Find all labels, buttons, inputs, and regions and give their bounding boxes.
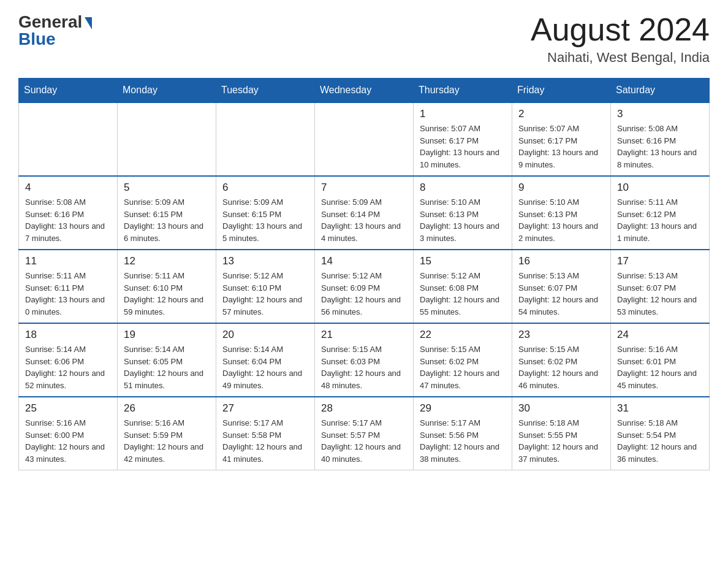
calendar-cell-3-3: 21Sunrise: 5:15 AMSunset: 6:03 PMDayligh…: [315, 323, 414, 397]
day-number: 8: [420, 182, 506, 194]
day-number: 10: [617, 182, 703, 194]
calendar-cell-0-1: [118, 102, 216, 176]
calendar-cell-0-2: [216, 102, 315, 176]
day-info: Sunrise: 5:09 AMSunset: 6:15 PMDaylight:…: [124, 196, 210, 244]
day-number: 27: [222, 402, 308, 415]
day-number: 3: [617, 108, 703, 120]
calendar-cell-3-1: 19Sunrise: 5:14 AMSunset: 6:05 PMDayligh…: [118, 323, 216, 397]
calendar-cell-1-0: 4Sunrise: 5:08 AMSunset: 6:16 PMDaylight…: [19, 176, 118, 250]
calendar-cell-1-6: 10Sunrise: 5:11 AMSunset: 6:12 PMDayligh…: [611, 176, 710, 250]
day-info: Sunrise: 5:17 AMSunset: 5:56 PMDaylight:…: [420, 417, 506, 465]
day-info: Sunrise: 5:16 AMSunset: 6:01 PMDaylight:…: [617, 343, 703, 391]
day-info: Sunrise: 5:12 AMSunset: 6:08 PMDaylight:…: [420, 270, 506, 318]
calendar-cell-3-4: 22Sunrise: 5:15 AMSunset: 6:02 PMDayligh…: [414, 323, 512, 397]
day-number: 5: [124, 182, 210, 194]
location: Naihati, West Bengal, India: [531, 50, 710, 66]
calendar-cell-1-3: 7Sunrise: 5:09 AMSunset: 6:14 PMDaylight…: [315, 176, 414, 250]
day-number: 31: [617, 402, 703, 415]
day-info: Sunrise: 5:16 AMSunset: 5:59 PMDaylight:…: [124, 417, 210, 465]
calendar-cell-1-2: 6Sunrise: 5:09 AMSunset: 6:15 PMDaylight…: [216, 176, 315, 250]
day-info: Sunrise: 5:13 AMSunset: 6:07 PMDaylight:…: [617, 270, 703, 318]
day-info: Sunrise: 5:12 AMSunset: 6:09 PMDaylight:…: [321, 270, 407, 318]
day-number: 28: [321, 402, 407, 415]
day-info: Sunrise: 5:18 AMSunset: 5:54 PMDaylight:…: [617, 417, 703, 465]
day-info: Sunrise: 5:13 AMSunset: 6:07 PMDaylight:…: [518, 270, 604, 318]
day-number: 4: [25, 182, 111, 194]
calendar-cell-2-2: 13Sunrise: 5:12 AMSunset: 6:10 PMDayligh…: [216, 250, 315, 323]
calendar-cell-2-5: 16Sunrise: 5:13 AMSunset: 6:07 PMDayligh…: [512, 250, 611, 323]
calendar-cell-2-0: 11Sunrise: 5:11 AMSunset: 6:11 PMDayligh…: [19, 250, 118, 323]
month-title: August 2024: [531, 12, 710, 47]
calendar-table: Sunday Monday Tuesday Wednesday Thursday…: [18, 78, 710, 470]
day-info: Sunrise: 5:16 AMSunset: 6:00 PMDaylight:…: [25, 417, 111, 465]
calendar-cell-4-4: 29Sunrise: 5:17 AMSunset: 5:56 PMDayligh…: [414, 397, 512, 470]
header-monday: Monday: [118, 79, 216, 103]
day-number: 25: [25, 402, 111, 415]
day-number: 19: [124, 329, 210, 341]
day-info: Sunrise: 5:10 AMSunset: 6:13 PMDaylight:…: [518, 196, 604, 244]
header-thursday: Thursday: [414, 79, 512, 103]
header-friday: Friday: [512, 79, 611, 103]
week-row-1: 1Sunrise: 5:07 AMSunset: 6:17 PMDaylight…: [19, 102, 710, 176]
day-info: Sunrise: 5:09 AMSunset: 6:14 PMDaylight:…: [321, 196, 407, 244]
calendar-cell-3-6: 24Sunrise: 5:16 AMSunset: 6:01 PMDayligh…: [611, 323, 710, 397]
day-info: Sunrise: 5:18 AMSunset: 5:55 PMDaylight:…: [518, 417, 604, 465]
logo-arrow-icon: [85, 17, 92, 29]
day-number: 24: [617, 329, 703, 341]
day-number: 9: [518, 182, 604, 194]
calendar-cell-2-3: 14Sunrise: 5:12 AMSunset: 6:09 PMDayligh…: [315, 250, 414, 323]
day-info: Sunrise: 5:08 AMSunset: 6:16 PMDaylight:…: [617, 123, 703, 170]
day-number: 17: [617, 255, 703, 267]
header-wednesday: Wednesday: [315, 79, 414, 103]
day-number: 18: [25, 329, 111, 341]
week-row-3: 11Sunrise: 5:11 AMSunset: 6:11 PMDayligh…: [19, 250, 710, 323]
day-info: Sunrise: 5:07 AMSunset: 6:17 PMDaylight:…: [518, 123, 604, 170]
calendar-cell-0-0: [19, 102, 118, 176]
calendar-cell-2-6: 17Sunrise: 5:13 AMSunset: 6:07 PMDayligh…: [611, 250, 710, 323]
calendar-cell-4-6: 31Sunrise: 5:18 AMSunset: 5:54 PMDayligh…: [611, 397, 710, 470]
week-row-2: 4Sunrise: 5:08 AMSunset: 6:16 PMDaylight…: [19, 176, 710, 250]
day-info: Sunrise: 5:10 AMSunset: 6:13 PMDaylight:…: [420, 196, 506, 244]
day-number: 20: [222, 329, 308, 341]
header-sunday: Sunday: [19, 79, 118, 103]
calendar-cell-3-0: 18Sunrise: 5:14 AMSunset: 6:06 PMDayligh…: [19, 323, 118, 397]
week-row-4: 18Sunrise: 5:14 AMSunset: 6:06 PMDayligh…: [19, 323, 710, 397]
calendar-cell-2-4: 15Sunrise: 5:12 AMSunset: 6:08 PMDayligh…: [414, 250, 512, 323]
day-info: Sunrise: 5:15 AMSunset: 6:02 PMDaylight:…: [420, 343, 506, 391]
calendar-cell-4-5: 30Sunrise: 5:18 AMSunset: 5:55 PMDayligh…: [512, 397, 611, 470]
weekday-header-row: Sunday Monday Tuesday Wednesday Thursday…: [19, 79, 710, 103]
day-number: 29: [420, 402, 506, 415]
day-info: Sunrise: 5:11 AMSunset: 6:10 PMDaylight:…: [124, 270, 210, 318]
day-number: 7: [321, 182, 407, 194]
calendar-cell-3-5: 23Sunrise: 5:15 AMSunset: 6:02 PMDayligh…: [512, 323, 611, 397]
week-row-5: 25Sunrise: 5:16 AMSunset: 6:00 PMDayligh…: [19, 397, 710, 470]
day-number: 6: [222, 182, 308, 194]
calendar-cell-2-1: 12Sunrise: 5:11 AMSunset: 6:10 PMDayligh…: [118, 250, 216, 323]
day-number: 13: [222, 255, 308, 267]
day-info: Sunrise: 5:07 AMSunset: 6:17 PMDaylight:…: [420, 123, 506, 170]
header-saturday: Saturday: [611, 79, 710, 103]
calendar-cell-1-1: 5Sunrise: 5:09 AMSunset: 6:15 PMDaylight…: [118, 176, 216, 250]
day-info: Sunrise: 5:14 AMSunset: 6:04 PMDaylight:…: [222, 343, 308, 391]
calendar-cell-0-5: 2Sunrise: 5:07 AMSunset: 6:17 PMDaylight…: [512, 102, 611, 176]
day-info: Sunrise: 5:17 AMSunset: 5:58 PMDaylight:…: [222, 417, 308, 465]
day-info: Sunrise: 5:14 AMSunset: 6:06 PMDaylight:…: [25, 343, 111, 391]
day-number: 16: [518, 255, 604, 267]
calendar-cell-4-3: 28Sunrise: 5:17 AMSunset: 5:57 PMDayligh…: [315, 397, 414, 470]
day-info: Sunrise: 5:17 AMSunset: 5:57 PMDaylight:…: [321, 417, 407, 465]
day-number: 1: [420, 108, 506, 120]
day-number: 15: [420, 255, 506, 267]
day-number: 2: [518, 108, 604, 120]
day-number: 22: [420, 329, 506, 341]
title-area: August 2024 Naihati, West Bengal, India: [531, 12, 710, 66]
calendar-cell-4-0: 25Sunrise: 5:16 AMSunset: 6:00 PMDayligh…: [19, 397, 118, 470]
calendar-cell-0-6: 3Sunrise: 5:08 AMSunset: 6:16 PMDaylight…: [611, 102, 710, 176]
header-tuesday: Tuesday: [216, 79, 315, 103]
day-info: Sunrise: 5:08 AMSunset: 6:16 PMDaylight:…: [25, 196, 111, 244]
day-info: Sunrise: 5:12 AMSunset: 6:10 PMDaylight:…: [222, 270, 308, 318]
day-number: 26: [124, 402, 210, 415]
calendar-cell-3-2: 20Sunrise: 5:14 AMSunset: 6:04 PMDayligh…: [216, 323, 315, 397]
calendar-cell-1-4: 8Sunrise: 5:10 AMSunset: 6:13 PMDaylight…: [414, 176, 512, 250]
day-number: 12: [124, 255, 210, 267]
day-info: Sunrise: 5:15 AMSunset: 6:03 PMDaylight:…: [321, 343, 407, 391]
